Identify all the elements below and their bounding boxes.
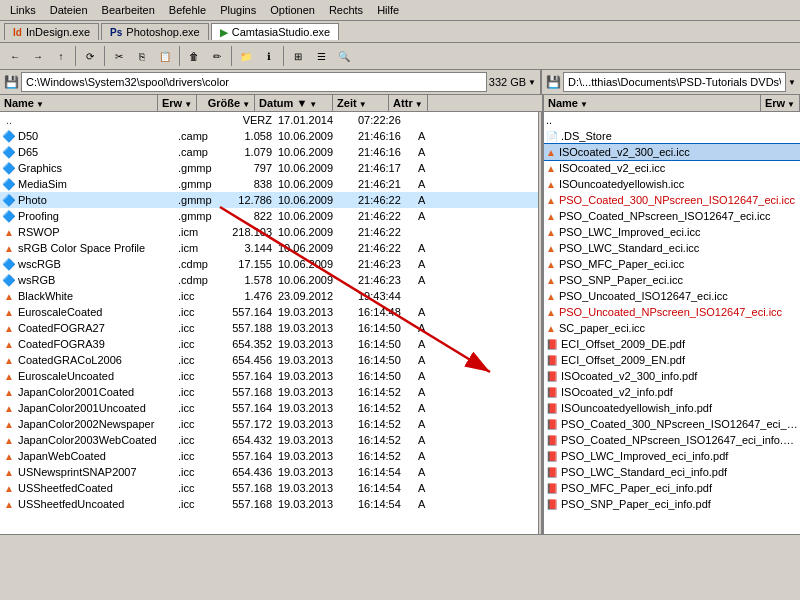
- col-ext-right[interactable]: Erw: [761, 95, 800, 111]
- list-item[interactable]: ▲ RSWOP .icm 218.103 10.06.2009 21:46:22: [0, 224, 538, 240]
- paste-button[interactable]: 📋: [154, 45, 176, 67]
- menu-rechts[interactable]: Rechts: [323, 2, 369, 18]
- list-item[interactable]: ▲ JapanColor2002Newspaper .icc 557.172 1…: [0, 416, 538, 432]
- list-item[interactable]: ▲ JapanColor2001Uncoated .icc 557.164 19…: [0, 400, 538, 416]
- list-item[interactable]: 📕 PSO_Coated_NPscreen_ISO12647_eci_info.…: [544, 432, 800, 448]
- icc-icon: ▲: [546, 179, 556, 190]
- list-item[interactable]: ▲ SC_paper_eci.icc: [544, 320, 800, 336]
- list-item[interactable]: ▲ ISOcoated_v2_300_eci.icc: [544, 144, 800, 160]
- list-item[interactable]: 📕 ISOuncoatedyellowish_info.pdf: [544, 400, 800, 416]
- toolbar-sep-1: [75, 46, 76, 66]
- list-item[interactable]: ▲ USSheetfedUncoated .icc 557.168 19.03.…: [0, 496, 538, 512]
- dropdown-icon-left[interactable]: ▼: [528, 78, 536, 87]
- col-time-left[interactable]: Zeit: [333, 95, 389, 111]
- list-item[interactable]: 📕 ECI_Offset_2009_EN.pdf: [544, 352, 800, 368]
- list-item[interactable]: ▲ CoatedGRACoL2006 .icc 654.456 19.03.20…: [0, 352, 538, 368]
- list-item[interactable]: 🔷 Proofing .gmmp 822 10.06.2009 21:46:22…: [0, 208, 538, 224]
- menu-befehle[interactable]: Befehle: [163, 2, 212, 18]
- forward-button[interactable]: →: [27, 45, 49, 67]
- col-ext-left[interactable]: Erw: [158, 95, 197, 111]
- list-item[interactable]: ▲ PSO_Uncoated_NPscreen_ISO12647_eci.icc: [544, 304, 800, 320]
- list-item[interactable]: 📄 .DS_Store: [544, 128, 800, 144]
- list-item[interactable]: 📕 PSO_SNP_Paper_eci_info.pdf: [544, 496, 800, 512]
- list-item[interactable]: ▲ JapanColor2003WebCoated .icc 654.432 1…: [0, 432, 538, 448]
- list-item[interactable]: 🔷 D50 .camp 1.058 10.06.2009 21:46:16 A: [0, 128, 538, 144]
- list-item[interactable]: 📕 ISOcoated_v2_300_info.pdf: [544, 368, 800, 384]
- list-item[interactable]: ▲ PSO_Uncoated_ISO12647_eci.icc: [544, 288, 800, 304]
- list-item[interactable]: 📕 PSO_MFC_Paper_eci_info.pdf: [544, 480, 800, 496]
- menu-dateien[interactable]: Dateien: [44, 2, 94, 18]
- file-name: ECI_Offset_2009_EN.pdf: [561, 354, 798, 366]
- list-item[interactable]: ..: [544, 112, 800, 128]
- list-item[interactable]: 🔷 wscRGB .cdmp 17.155 10.06.2009 21:46:2…: [0, 256, 538, 272]
- list-item[interactable]: ▲ PSO_LWC_Improved_eci.icc: [544, 224, 800, 240]
- list-item[interactable]: 🔷 Graphics .gmmp 797 10.06.2009 21:46:17…: [0, 160, 538, 176]
- right-path-input[interactable]: [563, 72, 786, 92]
- tab-photoshop[interactable]: Ps Photoshop.exe: [101, 23, 209, 40]
- tab-camtasia[interactable]: ▶ CamtasiaStudio.exe: [211, 23, 339, 40]
- col-name-left[interactable]: Name: [0, 95, 158, 111]
- col-name-right[interactable]: Name: [544, 95, 761, 111]
- copy-button[interactable]: ⎘: [131, 45, 153, 67]
- dropdown-icon-right[interactable]: ▼: [788, 78, 796, 87]
- file-ext: .icc: [178, 386, 218, 398]
- list-item[interactable]: ▲ USSheetfedCoated .icc 557.168 19.03.20…: [0, 480, 538, 496]
- menu-hilfe[interactable]: Hilfe: [371, 2, 405, 18]
- list-item[interactable]: 📕 PSO_LWC_Improved_eci_info.pdf: [544, 448, 800, 464]
- file-date: 19.03.2013: [278, 386, 358, 398]
- delete-button[interactable]: 🗑: [183, 45, 205, 67]
- list-item[interactable]: ▲ JapanColor2001Coated .icc 557.168 19.0…: [0, 384, 538, 400]
- list-item[interactable]: ▲ PSO_SNP_Paper_eci.icc: [544, 272, 800, 288]
- list-item[interactable]: ▲ PSO_LWC_Standard_eci.icc: [544, 240, 800, 256]
- file-name: sRGB Color Space Profile: [18, 242, 178, 254]
- menu-plugins[interactable]: Plugins: [214, 2, 262, 18]
- filter-button[interactable]: ☰: [310, 45, 332, 67]
- menu-optionen[interactable]: Optionen: [264, 2, 321, 18]
- list-item[interactable]: 🔷 wsRGB .cdmp 1.578 10.06.2009 21:46:23 …: [0, 272, 538, 288]
- tab-indesign[interactable]: Id InDesign.exe: [4, 23, 99, 40]
- list-item[interactable]: ▲ CoatedFOGRA27 .icc 557.188 19.03.2013 …: [0, 320, 538, 336]
- list-item[interactable]: 📕 ECI_Offset_2009_DE.pdf: [544, 336, 800, 352]
- view-button[interactable]: ⊞: [287, 45, 309, 67]
- list-item[interactable]: ▲ sRGB Color Space Profile .icm 3.144 10…: [0, 240, 538, 256]
- list-item[interactable]: ▲ EuroscaleUncoated .icc 557.164 19.03.2…: [0, 368, 538, 384]
- list-item[interactable]: 📕 PSO_Coated_300_NPscreen_ISO12647_eci_i…: [544, 416, 800, 432]
- list-item[interactable]: ▲ ISOcoated_v2_eci.icc: [544, 160, 800, 176]
- refresh-button[interactable]: ⟳: [79, 45, 101, 67]
- list-item[interactable]: ▲ PSO_Coated_300_NPscreen_ISO12647_eci.i…: [544, 192, 800, 208]
- list-item[interactable]: 📕 PSO_LWC_Standard_eci_info.pdf: [544, 464, 800, 480]
- back-button[interactable]: ←: [4, 45, 26, 67]
- list-item[interactable]: ▲ EuroscaleCoated .icc 557.164 19.03.201…: [0, 304, 538, 320]
- pdf-icon: 📕: [546, 403, 558, 414]
- list-item[interactable]: 🔷 MediaSim .gmmp 838 10.06.2009 21:46:21…: [0, 176, 538, 192]
- list-item[interactable]: ▲ PSO_MFC_Paper_eci.icc: [544, 256, 800, 272]
- list-item[interactable]: ▲ ISOuncoatedyellowish.icc: [544, 176, 800, 192]
- up-button[interactable]: ↑: [50, 45, 72, 67]
- menu-bearbeiten[interactable]: Bearbeiten: [96, 2, 161, 18]
- list-item[interactable]: 🔷 Photo .gmmp 12.786 10.06.2009 21:46:22…: [0, 192, 538, 208]
- file-ext: .icm: [178, 226, 218, 238]
- menu-links[interactable]: Links: [4, 2, 42, 18]
- file-time: 16:14:50: [358, 354, 418, 366]
- list-item[interactable]: ▲ BlackWhite .icc 1.476 23.09.2012 19:43…: [0, 288, 538, 304]
- cut-button[interactable]: ✂: [108, 45, 130, 67]
- col-attr-left[interactable]: Attr: [389, 95, 427, 111]
- list-item[interactable]: ▲ JapanWebCoated .icc 557.164 19.03.2013…: [0, 448, 538, 464]
- icc-icon: ▲: [2, 385, 16, 399]
- col-size-left[interactable]: Größe: [197, 95, 255, 111]
- left-path-input[interactable]: [21, 72, 487, 92]
- list-item[interactable]: ▲ USNewsprintSNAP2007 .icc 654.436 19.03…: [0, 464, 538, 480]
- icc-icon: ▲: [2, 337, 16, 351]
- file-ext: .icc: [178, 322, 218, 334]
- new-folder-button[interactable]: 📁: [235, 45, 257, 67]
- properties-button[interactable]: ℹ: [258, 45, 280, 67]
- search-button[interactable]: 🔍: [333, 45, 355, 67]
- list-item[interactable]: ▲ PSO_Coated_NPscreen_ISO12647_eci.icc: [544, 208, 800, 224]
- list-item[interactable]: 🔷 D65 .camp 1.079 10.06.2009 21:46:16 A: [0, 144, 538, 160]
- list-item[interactable]: ▲ CoatedFOGRA39 .icc 654.352 19.03.2013 …: [0, 336, 538, 352]
- list-item[interactable]: .. VERZ 17.01.2014 07:22:26: [0, 112, 538, 128]
- col-date-left[interactable]: Datum ▼: [255, 95, 333, 111]
- list-item[interactable]: 📕 ISOcoated_v2_info.pdf: [544, 384, 800, 400]
- rename-button[interactable]: ✏: [206, 45, 228, 67]
- file-time: 21:46:21: [358, 178, 418, 190]
